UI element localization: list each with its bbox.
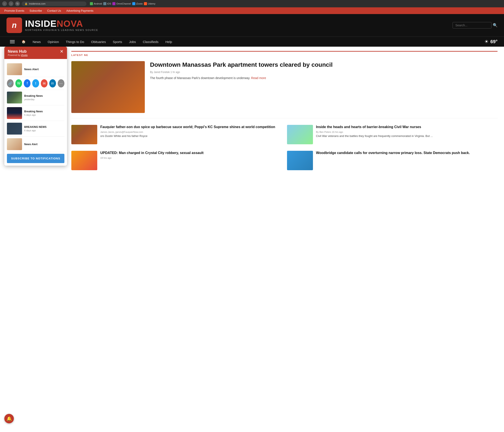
nav-sports[interactable]: Sports [109, 37, 126, 47]
nav-opinion[interactable]: Opinion [44, 37, 63, 47]
main-content: LATEST NE Downtown Manassas Park apartme… [0, 47, 504, 175]
bottom-story-2: Woodbridge candidate calls for overturni… [287, 151, 497, 170]
share-more-button[interactable]: ⋯ [58, 79, 64, 88]
advertising-payments-link[interactable]: Advertising Payments [66, 9, 94, 12]
page-wrapper: News Hub Powered by iZooto ✕ News Alert … [0, 47, 504, 175]
featured-story: Downtown Manassas Park apartment towers … [71, 61, 497, 118]
news-alert-label-1: News Alert [24, 68, 39, 71]
story-card-2: Inside the heads and hearts of barrier-b… [287, 125, 497, 144]
news-item-thumb-2 [7, 107, 22, 119]
story-headline-2[interactable]: Inside the heads and hearts of barrier-b… [316, 125, 433, 129]
share-twitter-button[interactable]: t [32, 79, 39, 88]
story-headline-1[interactable]: Fauquier father-son duo spice up barbecu… [100, 125, 275, 129]
bottom-stories-grid: UPDATED: Man charged in Crystal City rob… [71, 151, 497, 170]
news-item-thumb-4 [7, 138, 22, 150]
bottom-story-text-2: Woodbridge candidate calls for overturni… [316, 151, 470, 170]
logo-text: INSIDENOVA Northern Virginia's Leading N… [25, 19, 98, 31]
share-link-button[interactable]: 🔗 [7, 79, 14, 88]
back-button[interactable]: ← [2, 1, 7, 6]
story-card-img-1 [71, 125, 97, 144]
bookmark-ios[interactable]: iOS [103, 2, 111, 5]
weather-temp: 69° [490, 39, 497, 44]
news-hub-title: News Hub [8, 49, 28, 54]
nav-jobs[interactable]: Jobs [126, 37, 139, 47]
promote-events-link[interactable]: Promote Events [4, 9, 24, 12]
news-hub-panel: News Hub Powered by iZooto ✕ News Alert … [4, 47, 67, 166]
story-card-1: Fauquier father-son duo spice up barbecu… [71, 125, 282, 144]
news-item-info-1: Breaking News yesterday [24, 94, 43, 101]
news-item-row-1[interactable]: Breaking News yesterday [7, 90, 64, 106]
share-whatsapp-button[interactable]: W [15, 79, 22, 88]
story-meta-1: James Jarvis, jjarvis@FauquierNow.com [100, 131, 275, 133]
subscribe-link[interactable]: Subscribe [30, 9, 42, 12]
browser-chrome: ← → ↻ 🔒 insidenova.com Android iOS OmniC… [0, 0, 504, 7]
search-button[interactable]: 🔍 [493, 23, 497, 28]
news-item-info-4: News Alert [24, 143, 38, 146]
bottom-headline-1[interactable]: UPDATED: Man charged in Crystal City rob… [100, 151, 204, 155]
nav-help[interactable]: Help [162, 37, 175, 47]
bottom-story-text-1: UPDATED: Man charged in Crystal City rob… [100, 151, 204, 170]
contact-us-link[interactable]: Contact Us [47, 9, 61, 12]
news-item-row-3[interactable]: BREAKING NEWS 6 days ago [7, 121, 64, 137]
featured-excerpt: The fourth phase of Manassas Park's down… [150, 76, 333, 80]
bottom-time-1: 19 hrs ago [100, 157, 204, 159]
forward-button[interactable]: → [9, 1, 13, 6]
story-excerpt-1: ors Dustin White and his father Royce [100, 134, 275, 138]
news-hub-powered: Powered by iZooto [8, 54, 28, 56]
news-item-time-2: 5 days ago [24, 114, 43, 116]
nav-classifieds[interactable]: Classifieds [139, 37, 162, 47]
story-excerpt-2: Civil War veterans and the battles they … [316, 134, 433, 138]
news-item-row-4[interactable]: News Alert [7, 137, 64, 152]
story-card-text-2: Inside the heads and hearts of barrier-b… [316, 125, 433, 138]
logo-area[interactable]: n INSIDENOVA Northern Virginia's Leading… [7, 18, 98, 33]
featured-story-image [71, 61, 145, 113]
news-hub-close-button[interactable]: ✕ [60, 49, 63, 53]
featured-byline: By Jared Foretek 1 hr ago [150, 71, 333, 74]
search-input[interactable] [453, 22, 491, 28]
main-nav: 🏠 News Opinion Things to Do Obituaries S… [0, 36, 504, 47]
bottom-story-img-2 [287, 151, 313, 170]
news-item-category-4: News Alert [24, 143, 38, 146]
news-item-time-1: yesterday [24, 98, 43, 101]
bottom-story-1: UPDATED: Man charged in Crystal City rob… [71, 151, 282, 170]
nav-obituaries[interactable]: Obituaries [88, 37, 109, 47]
weather-area: ☀ 69° [484, 39, 497, 44]
news-item-category-3: BREAKING NEWS [24, 125, 46, 129]
story-card-text-1: Fauquier father-son duo spice up barbecu… [100, 125, 275, 138]
news-alert-row-1[interactable]: News Alert [7, 62, 64, 77]
news-hub-body: News Alert 🔗 W f t ✉ in ⋯ Breaking News … [4, 59, 67, 166]
news-item-time-3: 6 days ago [24, 129, 46, 132]
refresh-button[interactable]: ↻ [15, 1, 20, 6]
bottom-headline-2[interactable]: Woodbridge candidate calls for overturni… [316, 151, 470, 155]
izooto-link[interactable]: iZooto [21, 54, 28, 56]
share-row: 🔗 W f t ✉ in ⋯ [7, 77, 64, 90]
subscribe-notifications-button[interactable]: SUBSCRIBE TO NOTIFICATIONS [7, 154, 64, 163]
news-item-thumb-3 [7, 123, 22, 135]
bookmark-udemy[interactable]: Udemy [144, 2, 155, 5]
nav-news[interactable]: News [29, 37, 44, 47]
nav-things-to-do[interactable]: Things to Do [62, 37, 88, 47]
logo-subtitle: Northern Virginia's Leading News Source [25, 29, 98, 31]
logo-title: INSIDENOVA [25, 19, 98, 28]
section-title: LATEST NE [71, 54, 88, 56]
read-more-link[interactable]: Read more [251, 76, 266, 80]
bookmark-android[interactable]: Android [90, 2, 102, 5]
address-bar[interactable]: 🔒 insidenova.com [22, 1, 86, 6]
nav-home[interactable]: 🏠 [18, 37, 29, 47]
news-item-row-2[interactable]: Breaking News 5 days ago [7, 106, 64, 121]
share-linkedin-button[interactable]: in [49, 79, 56, 88]
bookmark-omnichannel[interactable]: OmniChannel [112, 2, 131, 5]
news-item-info-2: Breaking News 5 days ago [24, 110, 43, 116]
featured-headline[interactable]: Downtown Manassas Park apartment towers … [150, 61, 333, 69]
share-email-button[interactable]: ✉ [41, 79, 47, 88]
search-area: 🔍 [453, 22, 497, 28]
news-item-info-3: BREAKING NEWS 6 days ago [24, 125, 46, 132]
news-alert-thumb-1 [7, 63, 22, 75]
hamburger-menu[interactable] [7, 37, 18, 46]
stories-grid: Fauquier father-son duo spice up barbecu… [71, 125, 497, 144]
news-hub-header: News Hub Powered by iZooto ✕ [4, 47, 67, 59]
logo-icon: n [7, 18, 22, 33]
bookmark-izooto[interactable]: iZooto [132, 2, 143, 5]
news-item-category-2: Breaking News [24, 110, 43, 113]
share-facebook-button[interactable]: f [24, 79, 30, 88]
